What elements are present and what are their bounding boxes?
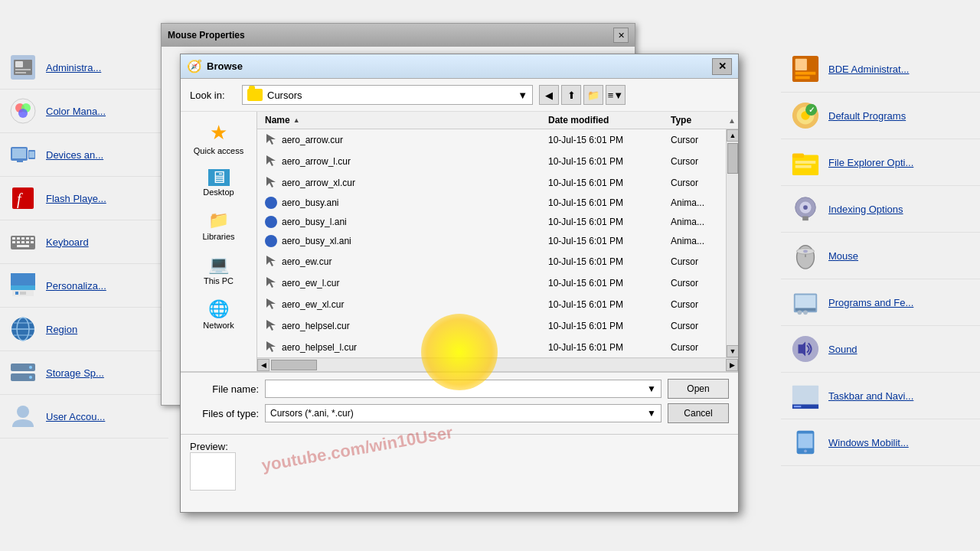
col-name-text: Name [265,115,290,126]
col-name-header[interactable]: Name ▲ [257,115,542,126]
sidebar-item-admin[interactable]: Administra... [0,46,168,90]
libraries-label: Libraries [202,232,234,241]
animated-cursor-icon [265,235,277,247]
scroll-up-btn[interactable]: ▲ [727,129,738,142]
scroll-thumb[interactable] [727,143,738,174]
right-item-mouse[interactable]: Mouse [781,233,980,279]
browse-close-button[interactable]: ✕ [712,58,732,75]
defaultprog-icon: ✓ [790,100,821,131]
svg-rect-65 [795,295,816,308]
browse-titlebar: 🧭 Browse ✕ [181,54,738,79]
filetype-row: Files of type: Cursors (*.ani, *.cur) ▼ … [190,403,729,423]
vertical-scrollbar[interactable]: ▲ ▼ [726,129,738,357]
sidebar-item-region[interactable]: Region [0,308,168,351]
col-date-header[interactable]: Date modified [542,115,665,126]
cursor-file-icon [265,154,277,168]
file-name-cell: aero_busy_l.ani [257,214,542,230]
table-row[interactable]: aero_ew_xl.cur10-Jul-15 6:01 PMCursor [257,294,726,315]
right-item-bde[interactable]: BDE Administrat... [781,46,980,93]
file-date-cell: 10-Jul-15 6:01 PM [542,341,665,354]
table-row[interactable]: aero_busy_l.ani10-Jul-15 6:01 PMAnima... [257,213,726,232]
sidebar-item-personalize[interactable]: Personaliza... [0,264,168,308]
file-type-cell: Anima... [665,215,726,229]
create-folder-button[interactable]: 📁 [583,85,603,105]
mouse-properties-close-button[interactable]: ✕ [613,28,629,43]
table-row[interactable]: aero_busy_xl.ani10-Jul-15 6:01 PMAnima..… [257,232,726,251]
horizontal-scrollbar[interactable]: ◀ ▶ [257,357,738,371]
back-button[interactable]: ◀ [539,85,559,105]
sidebar-item-flash[interactable]: f Flash Playe... [0,177,168,220]
cancel-button[interactable]: Cancel [668,403,729,423]
view-button[interactable]: ≡▼ [606,85,626,105]
defaultprog-label: Default Programs [828,110,906,122]
look-in-dropdown[interactable]: Cursors ▼ [242,85,533,105]
right-item-fileexplorer[interactable]: File Explorer Opti... [781,139,980,186]
nav-item-libraries[interactable]: 📁 Libraries [188,207,250,244]
taskbar-label: Taskbar and Navi... [828,390,913,402]
scroll-down-btn[interactable]: ▼ [727,345,738,357]
svg-rect-31 [15,292,18,295]
browse-main-content: ★ Quick access 🖥 Desktop 📁 Libraries 💻 T… [181,112,738,372]
filetype-dropdown[interactable]: Cursors (*.ani, *.cur) ▼ [265,404,662,422]
open-button[interactable]: Open [668,379,729,399]
sidebar-item-devices[interactable]: Devices an... [0,133,168,177]
browse-dialog[interactable]: 🧭 Browse ✕ Look in: Cursors ▼ ◀ ⬆ 📁 ≡▼ ★ [180,54,739,513]
sidebar-item-storage[interactable]: Storage Sp... [0,351,168,395]
scroll-right-btn[interactable]: ▶ [726,359,738,371]
right-panel: BDE Administrat... ✓ Default Programs Fi… [781,46,980,551]
filetype-value: Cursors (*.ani, *.cur) [270,408,354,419]
right-item-defaultprog[interactable]: ✓ Default Programs [781,93,980,139]
desktop-icon: 🖥 [208,169,230,186]
up-button[interactable]: ⬆ [561,85,581,105]
file-name-cell: aero_ew_l.cur [257,274,542,292]
table-row[interactable]: aero_arrow.cur10-Jul-15 6:01 PMCursor [257,129,726,151]
table-row[interactable]: aero_helpsel_l.cur10-Jul-15 6:01 PMCurso… [257,337,726,357]
nav-item-network[interactable]: 🌐 Network [188,296,250,333]
nav-item-desktop[interactable]: 🖥 Desktop [188,166,250,200]
filename-input-area: ▼ [265,380,662,398]
right-item-windowsmobility[interactable]: Windows Mobilit... [781,419,980,466]
table-row[interactable]: aero_helpsel.cur10-Jul-15 6:01 PMCursor [257,315,726,337]
svg-rect-12 [29,152,34,158]
file-date-cell: 10-Jul-15 6:01 PM [542,298,665,311]
cursor-file-icon [265,254,277,269]
col-type-text: Type [671,115,691,126]
right-item-sound[interactable]: Sound [781,326,980,373]
scroll-h-track[interactable] [270,359,726,371]
sidebar-item-keyboard[interactable]: Keyboard [0,220,168,264]
file-type-cell: Cursor [665,319,726,333]
file-type-cell: Cursor [665,176,726,190]
file-name-text: aero_arrow_xl.cur [282,178,355,188]
svg-rect-54 [795,161,816,164]
mouse-label: Mouse [828,250,858,262]
thispc-icon: 💻 [208,255,229,275]
nav-item-quickaccess[interactable]: ★ Quick access [188,118,250,158]
table-row[interactable]: aero_arrow_l.cur10-Jul-15 6:01 PMCursor [257,151,726,172]
sidebar-item-useraccount[interactable]: User Accou... [0,395,168,439]
nav-item-thispc[interactable]: 💻 This PC [188,252,250,289]
scroll-h-thumb[interactable] [271,360,317,370]
right-item-indexing[interactable]: Indexing Options [781,186,980,233]
file-type-cell: Cursor [665,298,726,311]
right-item-programs[interactable]: Programs and Fe... [781,279,980,326]
filename-dropdown[interactable]: ▼ [265,380,662,398]
scroll-left-btn[interactable]: ◀ [257,359,270,371]
sidebar-item-color[interactable]: Color Mana... [0,90,168,133]
svg-rect-17 [12,237,15,240]
table-row[interactable]: aero_ew_l.cur10-Jul-15 6:01 PMCursor [257,272,726,294]
col-type-header[interactable]: Type [665,115,726,126]
filename-dropdown-arrow: ▼ [647,383,656,394]
scroll-track[interactable] [727,142,738,345]
programs-icon [790,287,821,318]
right-item-taskbar[interactable]: Taskbar and Navi... [781,373,980,419]
table-row[interactable]: aero_busy.ani10-Jul-15 6:01 PMAnima... [257,194,726,213]
svg-rect-18 [17,237,20,240]
table-row[interactable]: aero_ew.cur10-Jul-15 6:01 PMCursor [257,251,726,272]
file-type-cell: Cursor [665,341,726,354]
sort-arrow-icon: ▲ [293,116,300,124]
svg-rect-4 [15,72,26,73]
table-row[interactable]: aero_arrow_xl.cur10-Jul-15 6:01 PMCursor [257,172,726,194]
file-name-text: aero_ew.cur [282,256,332,267]
color-icon [8,96,38,126]
file-date-cell: 10-Jul-15 6:01 PM [542,276,665,290]
